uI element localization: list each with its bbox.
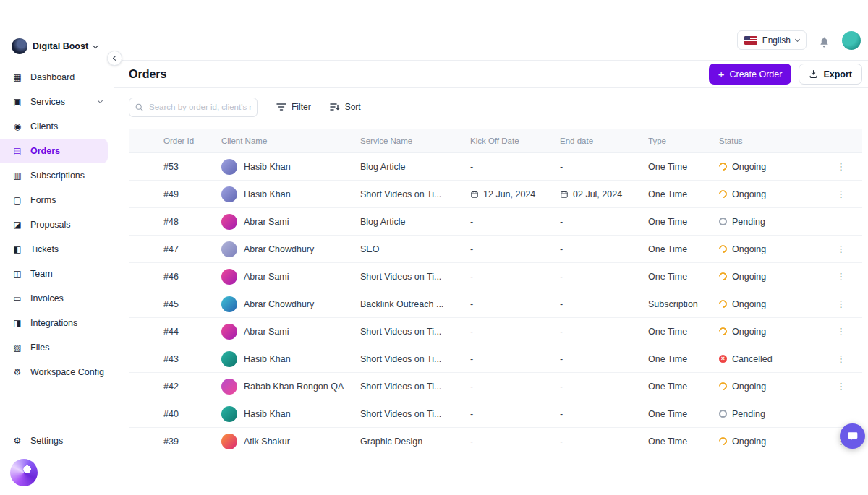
sidebar-item-forms[interactable]: ▢ Forms xyxy=(0,188,114,212)
sidebar-collapse-button[interactable] xyxy=(107,51,122,66)
sidebar-item-label: Proposals xyxy=(30,220,71,230)
row-menu-button[interactable]: ⋮ xyxy=(831,297,851,311)
service-name-cell: Short Videos on Ti... xyxy=(360,272,470,282)
date-text: - xyxy=(470,272,473,282)
language-selector[interactable]: English xyxy=(737,30,807,50)
sidebar-item-integrations[interactable]: ◨ Integrations xyxy=(0,311,114,335)
client-cell: Abrar Sami xyxy=(221,324,360,340)
sidebar-item-clients[interactable]: ◉ Clients xyxy=(0,114,114,139)
client-name: Hasib Khan xyxy=(244,409,291,419)
workspace-config-icon: ⚙ xyxy=(12,367,23,377)
table-row[interactable]: #44 Abrar Sami Short Videos on Ti... - -… xyxy=(129,318,862,345)
table-row[interactable]: #42 Rabab Khan Rongon QA Short Videos on… xyxy=(129,373,862,400)
table-row[interactable]: #49 Hasib Khan Short Videos on Ti... 12 … xyxy=(129,181,862,208)
service-name-cell: Short Videos on Ti... xyxy=(360,409,470,419)
status-label: Ongoing xyxy=(732,272,766,282)
date-text: - xyxy=(560,382,563,392)
sidebar-item-files[interactable]: ▧ Files xyxy=(0,335,114,360)
service-name-cell: Backlink Outreach ... xyxy=(360,299,470,309)
date-text: - xyxy=(560,162,563,172)
sidebar-item-services[interactable]: ▣ Services xyxy=(0,90,114,114)
order-type-cell: One Time xyxy=(648,382,719,392)
table-row[interactable]: #46 Abrar Sami Short Videos on Ti... - -… xyxy=(129,263,862,290)
status-label: Cancelled xyxy=(732,354,773,364)
us-flag-icon xyxy=(744,36,757,45)
sidebar-item-label: Integrations xyxy=(30,318,77,328)
notifications-bell-icon[interactable] xyxy=(817,35,832,50)
row-menu-button[interactable]: ⋮ xyxy=(831,270,851,283)
kick-off-date-cell: 12 Jun, 2024 xyxy=(470,189,560,199)
search-box xyxy=(129,98,258,117)
date-text: 02 Jul, 2024 xyxy=(573,189,622,199)
sidebar-menu: ▦ Dashboard ▣ Services ◉ Clients ▤ Order… xyxy=(0,65,114,384)
sidebar-item-tickets[interactable]: ◧ Tickets xyxy=(0,237,114,262)
status-cell: Ongoing xyxy=(719,162,825,172)
row-actions-cell: ⋮ xyxy=(825,407,862,421)
sidebar-item-label: Tickets xyxy=(30,244,59,254)
client-cell: Abrar Sami xyxy=(221,269,360,285)
create-order-button[interactable]: + Create Order xyxy=(709,64,792,85)
sidebar-item-label: Settings xyxy=(30,436,63,446)
table-row[interactable]: #43 Hasib Khan Short Videos on Ti... - -… xyxy=(129,345,862,373)
app-root: Digital Boost ▦ Dashboard ▣ Services ◉ C… xyxy=(0,0,868,495)
sidebar-item-orders[interactable]: ▤ Orders xyxy=(0,139,108,163)
date-text: - xyxy=(470,244,473,254)
status-label: Ongoing xyxy=(732,436,766,447)
table-row[interactable]: #40 Hasib Khan Short Videos on Ti... - -… xyxy=(129,400,862,428)
order-id-cell: #46 xyxy=(129,272,221,282)
status-cell: Ongoing xyxy=(719,189,825,199)
order-id-cell: #43 xyxy=(129,354,221,364)
sidebar-item-label: Services xyxy=(30,97,65,107)
client-name: Hasib Khan xyxy=(244,354,291,364)
table-row[interactable]: #47 Abrar Chowdhury SEO - - One Time Ong… xyxy=(129,236,862,263)
sidebar-item-workspace-config[interactable]: ⚙ Workspace Config xyxy=(0,360,114,384)
workspace-switcher[interactable]: Digital Boost xyxy=(0,38,114,55)
client-cell: Hasib Khan xyxy=(221,159,360,175)
date-text: - xyxy=(470,436,473,447)
row-menu-button[interactable]: ⋮ xyxy=(831,160,851,173)
table-row[interactable]: #48 Abrar Sami Blog Article - - One Time… xyxy=(129,208,862,236)
table-row[interactable]: #45 Abrar Chowdhury Backlink Outreach ..… xyxy=(129,290,862,318)
client-cell: Atik Shakur xyxy=(221,434,360,449)
status-cell: Ongoing xyxy=(719,436,825,447)
export-button[interactable]: Export xyxy=(799,64,862,85)
sidebar-item-proposals[interactable]: ◪ Proposals xyxy=(0,212,114,237)
main-area: English Orders + Create Order Export xyxy=(114,0,868,495)
status-cell: Ongoing xyxy=(719,272,825,282)
order-id-cell: #45 xyxy=(129,299,221,309)
column-header-order-id: Order Id xyxy=(129,137,221,145)
client-avatar xyxy=(221,241,237,257)
order-id-cell: #53 xyxy=(129,162,221,172)
order-type-cell: One Time xyxy=(648,244,719,254)
orders-icon: ▤ xyxy=(12,146,23,156)
search-input[interactable] xyxy=(129,98,258,117)
row-menu-button[interactable]: ⋮ xyxy=(831,324,851,338)
sidebar-item-team[interactable]: ◫ Team xyxy=(0,262,114,286)
end-date-cell: - xyxy=(560,272,648,282)
client-cell: Hasib Khan xyxy=(221,406,360,422)
status-label: Ongoing xyxy=(732,327,766,337)
integrations-icon: ◨ xyxy=(12,318,23,328)
client-avatar xyxy=(221,324,237,340)
chat-launcher-button[interactable] xyxy=(840,423,865,449)
kick-off-date-cell: - xyxy=(470,299,560,309)
row-menu-button[interactable]: ⋮ xyxy=(831,352,851,366)
sidebar-item-invoices[interactable]: ▭ Invoices xyxy=(0,286,114,311)
user-avatar[interactable] xyxy=(842,31,861,50)
table-row[interactable]: #53 Hasib Khan Blog Article - - One Time… xyxy=(129,153,862,181)
sidebar-item-settings[interactable]: ⚙ Settings xyxy=(0,429,114,453)
table-row[interactable]: #39 Atik Shakur Graphic Design - - One T… xyxy=(129,428,862,455)
row-menu-button[interactable]: ⋮ xyxy=(831,379,851,393)
row-menu-button[interactable]: ⋮ xyxy=(831,242,851,256)
sidebar-item-dashboard[interactable]: ▦ Dashboard xyxy=(0,65,114,90)
sidebar-item-subscriptions[interactable]: ▥ Subscriptions xyxy=(0,163,114,188)
client-avatar xyxy=(221,159,237,175)
sidebar-item-label: Forms xyxy=(30,195,56,205)
sort-button[interactable]: Sort xyxy=(330,102,361,112)
client-cell: Abrar Chowdhury xyxy=(221,296,360,312)
client-cell: Abrar Sami xyxy=(221,214,360,230)
column-header-client-name: Client Name xyxy=(221,137,360,145)
filter-button[interactable]: Filter xyxy=(276,102,311,112)
row-menu-button[interactable]: ⋮ xyxy=(831,187,851,201)
orders-table: Order IdClient NameService NameKick Off … xyxy=(129,129,862,455)
